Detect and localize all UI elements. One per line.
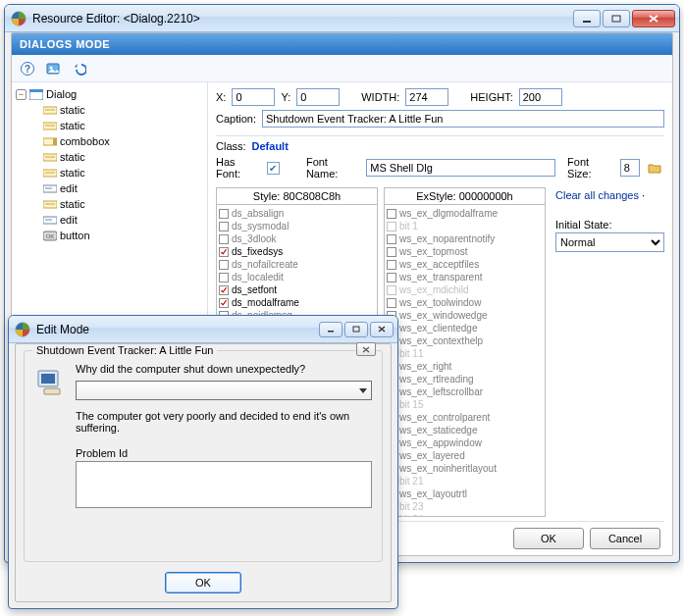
w-label: WIDTH:	[361, 91, 399, 103]
tree-root[interactable]: − Dialog	[14, 86, 205, 102]
style-item[interactable]: ds_modalframe	[219, 296, 375, 309]
exstyle-item[interactable]: ws_ex_mdichild	[387, 283, 543, 296]
fontsize-input[interactable]	[620, 159, 640, 177]
initial-state-select[interactable]: Normal	[555, 232, 664, 252]
exstyle-item[interactable]: bit 21	[387, 475, 543, 488]
x-label: X:	[216, 91, 226, 103]
fontname-input[interactable]	[366, 159, 555, 177]
exstyle-item[interactable]: bit 1	[387, 220, 543, 232]
checkbox-icon	[387, 298, 396, 308]
style-item[interactable]: ds_setfont	[219, 283, 375, 296]
cancel-button[interactable]: Cancel	[590, 528, 660, 549]
checkbox-icon	[219, 273, 229, 282]
tree-item[interactable]: static	[14, 196, 205, 212]
tree-item[interactable]: OKbutton	[14, 228, 205, 243]
exstyle-item[interactable]: ws_ex_staticedge	[387, 424, 543, 436]
exstyle-item[interactable]: ws_ex_noinheritlayout	[387, 462, 543, 475]
exstyle-item[interactable]: ws_ex_appwindow	[387, 436, 543, 449]
exstyle-item[interactable]: bit 24	[387, 513, 543, 516]
checkbox-icon	[219, 247, 229, 257]
reason-dropdown[interactable]	[76, 381, 372, 400]
exstyle-head: ExStyle: 00000000h	[385, 188, 545, 205]
exstyle-item[interactable]: ws_ex_right	[387, 360, 543, 373]
folder-icon[interactable]	[646, 158, 664, 178]
h-input[interactable]	[519, 88, 562, 106]
checkbox-icon	[387, 260, 396, 270]
checkbox-icon	[219, 260, 229, 270]
x-input[interactable]	[232, 88, 275, 106]
undo-icon[interactable]	[69, 59, 88, 78]
popup-max-button[interactable]	[344, 322, 368, 337]
tree-item[interactable]: static	[14, 102, 205, 118]
checkbox-icon	[219, 298, 229, 308]
exstyle-item[interactable]: ws_ex_contexthelp	[387, 334, 543, 347]
style-item[interactable]: ds_absalign	[219, 207, 375, 220]
style-item[interactable]: ds_nofailcreate	[219, 258, 375, 271]
popup-ok-button[interactable]: OK	[165, 572, 241, 593]
style-item[interactable]: ds_localedit	[219, 271, 375, 283]
w-input[interactable]	[405, 88, 448, 106]
exstyle-item[interactable]: bit 11	[387, 347, 543, 360]
combobox-icon	[43, 136, 57, 147]
style-item[interactable]: ds_3dlook	[219, 232, 375, 245]
exstyle-item[interactable]: ws_ex_layered	[387, 449, 543, 462]
close-button[interactable]	[632, 10, 675, 27]
y-input[interactable]	[296, 88, 340, 106]
exstyle-item[interactable]: bit 23	[387, 500, 543, 513]
exstyle-item[interactable]: ws_ex_rtlreading	[387, 373, 543, 385]
problem-id-input[interactable]	[76, 461, 372, 508]
toolbar: ?	[12, 55, 672, 82]
svg-rect-12	[53, 138, 57, 145]
popup-window: Edit Mode Shutdown Event Tracker: A Litt…	[8, 315, 398, 609]
tree-item[interactable]: edit	[14, 212, 205, 228]
checkbox-icon	[387, 234, 396, 244]
chevron-down-icon	[359, 388, 367, 393]
tree-item[interactable]: static	[14, 165, 205, 180]
group-close-icon[interactable]	[356, 342, 376, 356]
checkbox-icon	[219, 222, 229, 231]
exstyle-item[interactable]: ws_ex_leftscrollbar	[387, 385, 543, 398]
popup-min-button[interactable]	[319, 322, 342, 337]
exstyle-item[interactable]: ws_ex_transparent	[387, 271, 543, 283]
tree-item[interactable]: static	[14, 149, 205, 165]
static-icon	[43, 121, 57, 131]
style-item[interactable]: ds_fixedsys	[219, 245, 375, 258]
clear-changes-link[interactable]: Clear all changes	[555, 189, 639, 201]
exstyle-item[interactable]: ws_ex_windowedge	[387, 309, 543, 322]
exstyle-item[interactable]: ws_ex_topmost	[387, 245, 543, 258]
exstyle-item[interactable]: ws_ex_acceptfiles	[387, 258, 543, 271]
checkbox-icon	[387, 209, 396, 219]
class-value[interactable]: Default	[252, 140, 289, 152]
style-item[interactable]: ds_sysmodal	[219, 220, 375, 232]
message-label: The computer got very poorly and decided…	[76, 410, 372, 434]
static-icon	[43, 105, 57, 116]
exstyle-item[interactable]: ws_ex_dlgmodalframe	[387, 207, 543, 220]
tree-item[interactable]: static	[14, 118, 205, 133]
min-button[interactable]	[573, 10, 601, 27]
exstyle-item[interactable]: bit 15	[387, 398, 543, 411]
checkbox-icon	[219, 209, 229, 219]
exstyle-item[interactable]: ws_ex_toolwindow	[387, 296, 543, 309]
popup-titlebar[interactable]: Edit Mode	[9, 316, 397, 343]
group-box: Shutdown Event Tracker: A Little Fun Why…	[24, 350, 383, 562]
help-icon[interactable]: ?	[18, 59, 37, 78]
checkbox-icon	[387, 247, 396, 257]
tree-item[interactable]: edit	[14, 180, 205, 196]
tree-item[interactable]: combobox	[14, 133, 205, 149]
exstyle-item[interactable]: ws_ex_controlparent	[387, 411, 543, 424]
expand-icon[interactable]: −	[16, 89, 26, 100]
image-icon[interactable]	[43, 59, 63, 78]
exstyle-item[interactable]: ws_ex_layoutrtl	[387, 488, 543, 500]
popup-close-button[interactable]	[370, 322, 394, 337]
ok-button[interactable]: OK	[513, 528, 584, 549]
main-titlebar[interactable]: Resource Editor: <Dialog.2210>	[5, 5, 679, 32]
app-icon	[11, 11, 26, 26]
hasfont-check[interactable]: ✔	[267, 162, 280, 175]
max-button[interactable]	[603, 10, 630, 27]
exstyle-item[interactable]: ws_ex_noparentnotify	[387, 232, 543, 245]
exstyle-item[interactable]: ws_ex_clientedge	[387, 322, 543, 334]
checkbox-icon	[387, 222, 396, 231]
static-icon	[43, 199, 57, 210]
edit-icon	[43, 183, 57, 194]
caption-input[interactable]	[262, 110, 664, 128]
